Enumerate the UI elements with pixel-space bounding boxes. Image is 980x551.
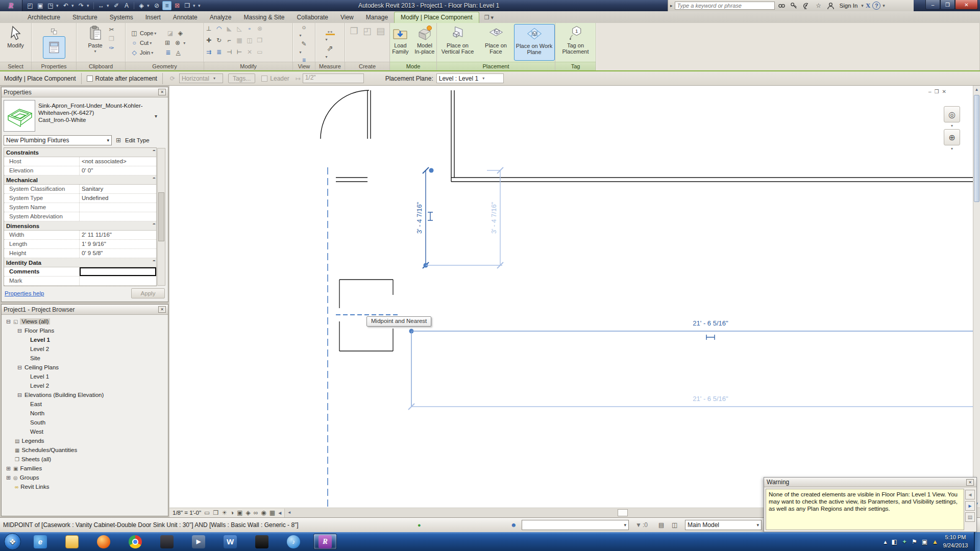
property-row[interactable]: System Abbreviation xyxy=(4,212,156,221)
view-scale-button[interactable]: 1/8" = 1'-0" xyxy=(173,510,201,516)
array-tool-icon[interactable]: ≣ xyxy=(214,48,224,56)
place-on-work-plane-button[interactable]: Place on Work Plane xyxy=(514,24,555,61)
worksets-icon[interactable]: ☻ xyxy=(510,520,517,530)
dimension-text-grip-icon[interactable] xyxy=(706,335,715,340)
offset-tool-icon[interactable]: ⇉ xyxy=(204,48,213,56)
dropbox-icon[interactable]: ✦ xyxy=(902,538,907,545)
copy-to-clipboard-icon[interactable]: ❐ xyxy=(107,35,116,43)
tree-item-families[interactable]: ⊞▣Families xyxy=(2,464,168,473)
warning-titlebar[interactable]: Warning ✕ xyxy=(764,478,976,487)
tree-item-views[interactable]: ⊟◱Views (all) xyxy=(2,317,168,326)
solid-icon[interactable]: ◈ xyxy=(176,29,185,37)
redo-caret-icon[interactable]: ▾ xyxy=(87,3,91,8)
modify-button[interactable]: Modify xyxy=(6,24,25,61)
modify-tool-icon[interactable]: ◠ xyxy=(214,24,224,33)
modify-tool-icon[interactable]: ◣ xyxy=(225,24,234,33)
section-constraints[interactable]: Constraintsˆˆ xyxy=(4,148,156,157)
apply-button[interactable]: Apply xyxy=(131,288,165,298)
undo-icon[interactable]: ↶ xyxy=(61,1,70,10)
property-row[interactable]: Length1' 9 9/16" xyxy=(4,240,156,249)
demolish-hammer-icon[interactable]: ◬ xyxy=(174,48,183,57)
warning-prev-icon[interactable]: ◄ xyxy=(965,490,975,499)
tag-on-placement-button[interactable]: 1 Tag on Placement xyxy=(559,24,593,61)
print-caret-icon[interactable]: ▾ xyxy=(56,3,60,8)
visual-style-icon[interactable]: ❒ xyxy=(213,509,218,516)
property-row[interactable]: System Name xyxy=(4,203,156,212)
project-browser-close-icon[interactable]: ✕ xyxy=(158,306,166,313)
collapse-icon[interactable]: ⊟ xyxy=(17,365,22,370)
section-icon[interactable]: ⊘ xyxy=(152,1,161,10)
collapse-chevron-icon[interactable]: ˆˆ xyxy=(153,177,154,183)
tab-view[interactable]: View xyxy=(334,12,360,23)
vcb-collapse-icon[interactable]: ◂ xyxy=(278,509,281,516)
rotate-after-checkbox[interactable] xyxy=(87,76,93,82)
default-3d-view-icon[interactable]: ◈ xyxy=(137,1,146,10)
collapse-icon[interactable]: ⊟ xyxy=(6,319,11,324)
override-graphics-icon[interactable]: ✎ xyxy=(300,40,309,48)
taskbar-clock[interactable]: 5:10 PM 9/24/2013 xyxy=(939,533,972,549)
modify-tool-icon[interactable]: ▫ xyxy=(245,24,254,33)
create-similar-icon[interactable]: ◰ xyxy=(363,27,372,35)
hide-elements-icon[interactable]: ☼ xyxy=(300,23,309,31)
restore-button[interactable]: ❒ xyxy=(940,0,955,10)
measure-between-icon[interactable]: ↔ xyxy=(326,27,335,35)
design-option-dropdown[interactable]: Main Model ▾ xyxy=(685,520,762,530)
sign-in-person-icon[interactable] xyxy=(826,1,836,10)
panel-label-geometry[interactable]: Geometry xyxy=(126,62,204,70)
create-group-icon[interactable]: ❒ xyxy=(350,27,359,35)
modify-tool-icon[interactable]: ⊗ xyxy=(255,24,264,33)
panel-label-modify[interactable]: Modify xyxy=(204,62,292,70)
dimension-text[interactable]: 3' - 4 7/16" xyxy=(415,202,423,234)
save-icon[interactable]: ▣ xyxy=(36,1,45,10)
properties-toggle-button[interactable] xyxy=(43,36,65,59)
close-hidden-windows-icon[interactable]: ⊠ xyxy=(173,1,182,10)
measure-caret-icon[interactable]: ▾ xyxy=(107,3,111,8)
text-icon[interactable]: A xyxy=(122,1,131,10)
show-desktop-button[interactable] xyxy=(974,532,980,551)
tab-structure[interactable]: Structure xyxy=(66,12,104,23)
vertical-scrollbar-thumb[interactable] xyxy=(974,95,979,202)
tree-item-ceiling-level-1[interactable]: Level 1 xyxy=(2,372,168,381)
warning-next-icon[interactable]: ► xyxy=(965,501,975,511)
edit-type-button[interactable]: Edit Type xyxy=(125,137,150,143)
collapse-chevron-icon[interactable]: ˆˆ xyxy=(153,260,154,265)
cut-button[interactable]: ○Cut▾⊞⊗▾ xyxy=(130,38,185,48)
warning-close-icon[interactable]: ✕ xyxy=(966,479,974,486)
undo-caret-icon[interactable]: ▾ xyxy=(71,3,76,8)
tree-item-revit-links[interactable]: ∞Revit Links xyxy=(2,482,168,491)
panel-label-select[interactable]: Select xyxy=(0,62,31,70)
properties-close-icon[interactable]: ✕ xyxy=(158,89,166,95)
dimension-text[interactable]: 21' - 6 5/16" xyxy=(693,319,728,327)
network-icon[interactable]: ▣ xyxy=(922,538,927,545)
shadows-icon[interactable]: ◑ xyxy=(230,509,234,516)
create-assembly-icon[interactable]: ▤ xyxy=(376,27,385,35)
tags-button[interactable]: Tags... xyxy=(228,73,255,83)
view-restore-icon[interactable]: ❒ xyxy=(935,89,939,94)
taskbar-item-word[interactable]: W xyxy=(218,534,242,549)
modify-tool-icon[interactable]: ◺ xyxy=(235,24,244,33)
taskbar-item-itunes[interactable]: ♪ xyxy=(282,534,305,549)
model-inplace-button[interactable]: Model In-place xyxy=(413,24,436,61)
modify-tool-icon[interactable]: ▦ xyxy=(235,36,244,44)
temporary-hide-isolate-icon[interactable]: ◉ xyxy=(261,509,266,516)
collapse-chevron-icon[interactable]: ˆˆ xyxy=(153,149,154,155)
subscription-key-icon[interactable] xyxy=(789,1,799,10)
expand-icon[interactable]: ⊞ xyxy=(6,466,11,471)
collapse-icon[interactable]: ⊟ xyxy=(17,328,22,334)
favorites-star-icon[interactable]: ☆ xyxy=(814,1,824,10)
panel-label-placement[interactable]: Placement xyxy=(437,62,555,70)
orientation-dropdown[interactable]: Horizontal ▾ xyxy=(179,73,223,83)
panel-label-create[interactable]: Create xyxy=(345,62,389,70)
tree-item-elevations[interactable]: ⊟Elevations (Building Elevation) xyxy=(2,390,168,399)
panel-label-mode[interactable]: Mode xyxy=(390,62,436,70)
tree-item-ceiling-level-2[interactable]: Level 2 xyxy=(2,381,168,390)
tab-analyze[interactable]: Analyze xyxy=(204,12,238,23)
zoom-caret-icon[interactable]: ▾ xyxy=(951,146,953,151)
property-row[interactable]: Height0' 9 5/8" xyxy=(4,249,156,258)
tab-collaborate[interactable]: Collaborate xyxy=(291,12,334,23)
help-icon[interactable]: ? xyxy=(872,2,880,10)
panel-label-tag[interactable]: Tag xyxy=(555,62,596,70)
tab-systems[interactable]: Systems xyxy=(104,12,139,23)
view-close-icon[interactable]: ✕ xyxy=(942,89,946,94)
dimension-text-grip-icon[interactable] xyxy=(428,212,433,220)
